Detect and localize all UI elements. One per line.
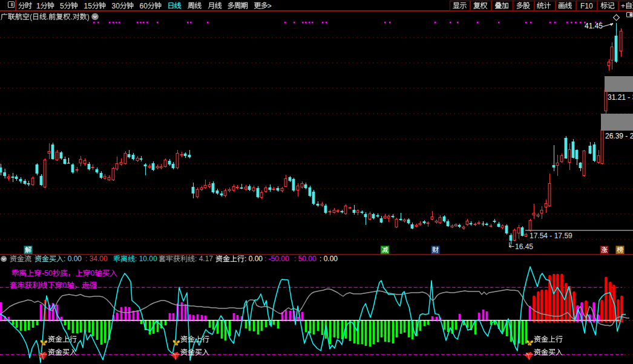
svg-text:26.39 - 28.3: 26.39 - 28.3 (605, 132, 633, 140)
svg-text:41.45: 41.45 (585, 22, 603, 30)
svg-text:17.54 - 17.59: 17.54 - 17.59 (530, 232, 572, 240)
svg-text:1: 1 (36, 2, 41, 10)
svg-text:: 0.00: : 0.00 (64, 255, 82, 263)
svg-text:: 34.00: : 34.00 (85, 255, 108, 263)
svg-text:31.21 - 33: 31.21 - 33 (608, 93, 633, 102)
svg-text:): ) (87, 13, 90, 21)
svg-text:16.45: 16.45 (515, 242, 533, 251)
svg-text:: 50.00: : 50.00 (294, 255, 316, 263)
svg-text:.: . (47, 13, 48, 21)
svg-text:15: 15 (84, 2, 93, 10)
svg-text:(: ( (30, 13, 32, 21)
svg-text:0: 0 (91, 269, 95, 278)
svg-text:30: 30 (112, 2, 120, 10)
svg-text:+: + (621, 2, 625, 10)
svg-text:: 10.00: : 10.00 (135, 255, 157, 263)
svg-text:.: . (70, 13, 72, 21)
svg-text:: 4.17: : 4.17 (195, 255, 213, 263)
svg-text:5: 5 (60, 2, 64, 10)
svg-text:: 0.00: : 0.00 (244, 255, 263, 263)
svg-text:>: > (267, 2, 272, 10)
svg-text:60: 60 (140, 2, 148, 10)
svg-text:: 0.00: : 0.00 (320, 255, 338, 263)
svg-text:: -50.00: : -50.00 (264, 255, 289, 263)
svg-text:0: 0 (63, 281, 67, 290)
svg-text:F10: F10 (580, 2, 593, 10)
svg-text:-50: -50 (42, 269, 53, 278)
